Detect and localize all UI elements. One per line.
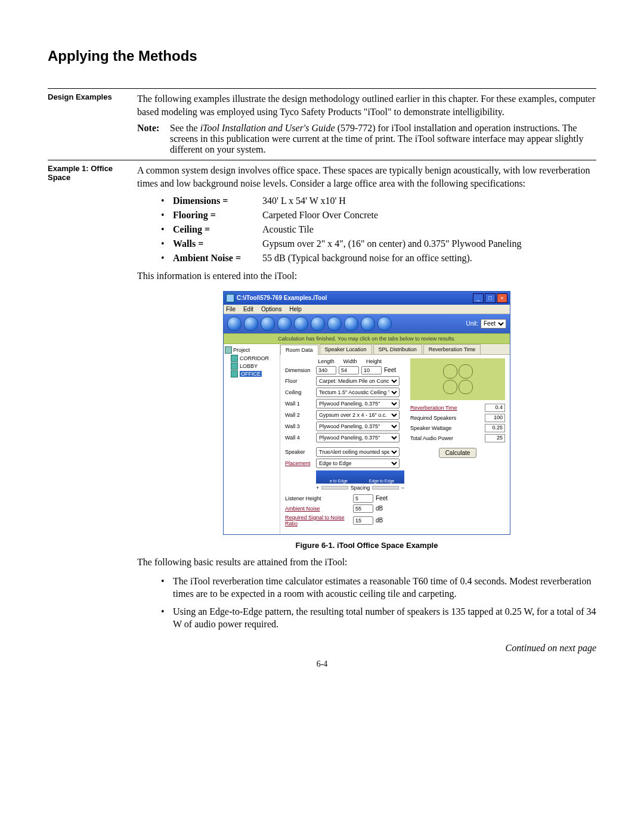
sn-input[interactable]	[353, 516, 373, 525]
result-text: Using an Edge-to-Edge pattern, the resul…	[173, 605, 596, 631]
row-wall2: Wall 2 Gypsum over 2 x 4 - 16" o.c.	[285, 410, 404, 420]
wall3-select[interactable]: Plywood Paneling, 0.375"	[316, 422, 400, 431]
window-title: C:\iTool\579-769 Examples.iTool	[237, 295, 472, 301]
menu-file[interactable]: File	[226, 306, 236, 312]
sn-link[interactable]: Required Signal to Noise Ratio	[285, 515, 351, 527]
reverb-link[interactable]: Reverberation Time	[410, 405, 481, 411]
wall1-select[interactable]: Plywood Paneling, 0.375"	[316, 399, 400, 408]
floor-select[interactable]: Carpet: Medium Pile on Concrete	[316, 376, 400, 386]
result-label: Total Audio Power	[410, 435, 481, 441]
toolbar-button-6[interactable]	[311, 317, 325, 331]
calculate-button[interactable]: Calculate	[439, 448, 477, 458]
spec-item: Walls =Gypsum over 2" x 4", (16" on cent…	[161, 239, 596, 249]
result-reverb: Reverberation Time 0.4	[410, 404, 505, 412]
result-label: Required Speakers	[410, 415, 481, 421]
ambient-link[interactable]: Ambient Noise	[285, 506, 351, 512]
tree-node-corridor[interactable]: CORRIDOR	[231, 355, 278, 362]
row-label: Wall 4	[285, 435, 314, 441]
tab-speaker-location[interactable]: Speaker Location	[320, 344, 372, 354]
spacing-plus[interactable]: +	[316, 485, 319, 491]
placement-slider[interactable]: e to Edge Edge to Edge	[316, 470, 404, 484]
menu-help[interactable]: Help	[289, 306, 302, 312]
spec-item: Flooring =Carpeted Floor Over Concrete	[161, 210, 596, 221]
wall2-select[interactable]: Gypsum over 2 x 4 - 16" o.c.	[316, 410, 400, 420]
result-power: Total Audio Power 25	[410, 434, 505, 442]
tree-label-selected: OFFICE	[240, 371, 262, 377]
spacing-bar[interactable]	[372, 486, 398, 490]
section-body: A common system design involves office s…	[137, 164, 596, 654]
ceiling-select[interactable]: Tectum 1.5" Acoustic Ceiling Tile	[316, 388, 400, 397]
tab-reverberation-time[interactable]: Reverberation Time	[423, 344, 481, 354]
wall4-select[interactable]: Plywood Paneling, 0.375"	[316, 433, 400, 442]
power-value: 25	[485, 434, 505, 442]
spec-item: Dimensions =340' L x 54' W x10' H	[161, 196, 596, 206]
tab-room-data[interactable]: Room Data	[280, 345, 318, 355]
unit-label: Unit:	[466, 320, 478, 327]
example1-entered: This information is entered into the iTo…	[137, 270, 596, 283]
height-input[interactable]	[361, 366, 382, 374]
maximize-button[interactable]: □	[485, 293, 496, 303]
divider	[48, 88, 596, 89]
row-speaker: Speaker TrueAlert ceiling mounted speake…	[285, 447, 404, 457]
room-icon	[231, 370, 238, 377]
width-input[interactable]	[339, 366, 359, 374]
close-button[interactable]: ×	[497, 293, 507, 303]
ambient-input[interactable]	[353, 504, 373, 513]
section-example-1: Example 1: Office Space A common system …	[48, 164, 596, 654]
speaker-select[interactable]: TrueAlert ceiling mounted speaker	[316, 447, 400, 457]
toolbar: Unit: Feet	[224, 314, 510, 333]
row-placement: Placement Edge to Edge	[285, 459, 404, 468]
listener-input[interactable]	[353, 494, 373, 503]
toolbar-button-1[interactable]	[227, 317, 242, 331]
note-pre: See the	[170, 123, 200, 133]
row-label: Floor	[285, 378, 314, 384]
length-input[interactable]	[316, 366, 336, 374]
placement-link[interactable]: Placement	[285, 460, 314, 466]
toolbar-button-3[interactable]	[261, 317, 275, 331]
speaker-label: Speaker	[285, 449, 314, 455]
toolbar-button-9[interactable]	[361, 317, 375, 331]
toolbar-button-4[interactable]	[277, 317, 292, 331]
row-ceiling: Ceiling Tectum 1.5" Acoustic Ceiling Til…	[285, 388, 404, 397]
app-icon	[226, 294, 234, 302]
spacing-label: Spacing	[351, 485, 370, 491]
spec-key: Ambient Noise =	[173, 253, 262, 264]
result-wattage: Speaker Wattage 0.25	[410, 424, 505, 432]
spec-key: Ceiling =	[173, 224, 262, 235]
listener-unit: Feet	[376, 495, 388, 501]
toolbar-button-5[interactable]	[294, 317, 308, 331]
spec-key: Flooring =	[173, 210, 262, 221]
minimize-button[interactable]: _	[473, 293, 484, 303]
spec-val: 55 dB (Typical background noise for an o…	[262, 253, 596, 264]
unit-select[interactable]: Feet	[481, 319, 506, 329]
row-floor: Floor Carpet: Medium Pile on Concrete	[285, 376, 404, 386]
tree-root[interactable]: Project	[225, 346, 278, 354]
section-label: Design Examples	[48, 92, 137, 101]
example1-intro: A common system design involves office s…	[137, 164, 596, 190]
itool-screenshot: C:\iTool\579-769 Examples.iTool _ □ × Fi…	[137, 291, 596, 535]
toolbar-button-10[interactable]	[377, 317, 392, 331]
row-dimension: Dimension Feet	[285, 366, 404, 374]
tree-node-office[interactable]: OFFICE	[231, 370, 278, 377]
toolbar-button-8[interactable]	[344, 317, 358, 331]
titlebar[interactable]: C:\iTool\579-769 Examples.iTool _ □ ×	[224, 292, 510, 305]
spacing-bar[interactable]	[321, 486, 348, 490]
spec-val: Carpeted Floor Over Concrete	[262, 210, 596, 221]
toolbar-button-7[interactable]	[327, 317, 342, 331]
speaker-grid	[442, 364, 473, 395]
dim-header: Length Width Height	[316, 358, 404, 364]
toolbar-button-2[interactable]	[244, 317, 258, 331]
speaker-icon	[443, 364, 457, 379]
row-listener: Listener Height Feet	[285, 494, 404, 503]
spec-val: Acoustic Tile	[262, 224, 596, 235]
spacing-minus[interactable]: −	[401, 485, 404, 491]
hdr-width: Width	[340, 358, 360, 364]
placement-select[interactable]: Edge to Edge	[316, 459, 400, 468]
tree-node-lobby[interactable]: LOBBY	[231, 363, 278, 370]
row-ambient: Ambient Noise dB	[285, 504, 404, 513]
ambient-unit: dB	[376, 505, 383, 512]
sn-unit: dB	[376, 517, 383, 524]
menu-edit[interactable]: Edit	[243, 306, 253, 312]
menu-options[interactable]: Options	[261, 306, 281, 312]
tab-spl-distribution[interactable]: SPL Distribution	[373, 344, 422, 354]
